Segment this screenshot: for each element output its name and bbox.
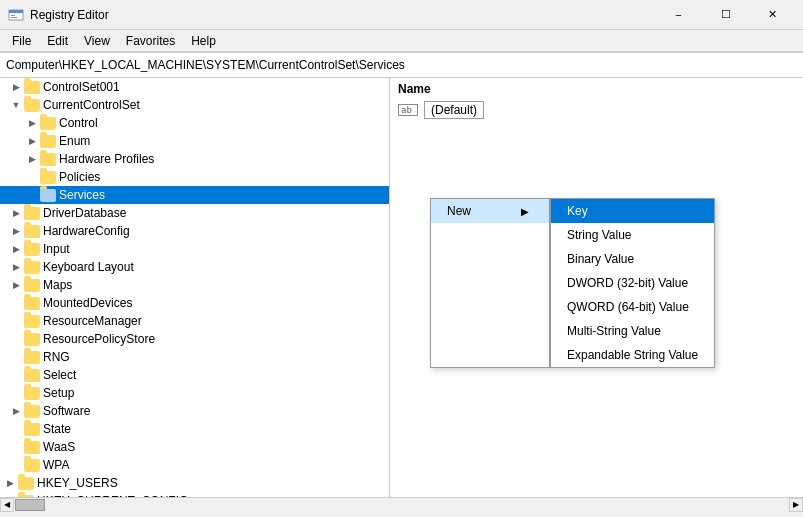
submenu-item-expandable-string[interactable]: Expandable String Value (551, 343, 714, 367)
folder-icon (24, 279, 40, 292)
submenu-item-label: Multi-String Value (567, 324, 661, 338)
tree-item-currentcontrolset[interactable]: ▼ CurrentControlSet (0, 96, 389, 114)
tree-item-services[interactable]: Services (0, 186, 389, 204)
tree-item-select[interactable]: Select (0, 366, 389, 384)
expand-icon (8, 331, 24, 347)
submenu-item-dword[interactable]: DWORD (32-bit) Value (551, 271, 714, 295)
status-bar (0, 511, 803, 517)
name-column-header: Name (394, 82, 799, 96)
tree-label: Services (59, 188, 105, 202)
reg-type-icon: ab (398, 104, 418, 116)
expand-icon (8, 421, 24, 437)
menu-favorites[interactable]: Favorites (118, 30, 183, 51)
default-entry[interactable]: ab (Default) (394, 100, 799, 120)
scroll-track[interactable] (14, 498, 789, 512)
submenu: Key String Value Binary Value DWORD (32-… (550, 198, 715, 368)
submenu-item-qword[interactable]: QWORD (64-bit) Value (551, 295, 714, 319)
expand-icon: ▼ (8, 97, 24, 113)
tree-item-rng[interactable]: RNG (0, 348, 389, 366)
close-button[interactable]: ✕ (750, 0, 795, 30)
expand-icon: ▶ (8, 277, 24, 293)
svg-rect-3 (11, 17, 17, 18)
tree-label: State (43, 422, 71, 436)
menu-view[interactable]: View (76, 30, 118, 51)
folder-icon (24, 351, 40, 364)
tree-item-controlset001[interactable]: ▶ ControlSet001 (0, 78, 389, 96)
expand-icon (8, 349, 24, 365)
folder-icon (40, 117, 56, 130)
expand-icon (8, 367, 24, 383)
tree-item-setup[interactable]: Setup (0, 384, 389, 402)
submenu-item-label: String Value (567, 228, 631, 242)
horizontal-scrollbar[interactable]: ◀ ▶ (0, 497, 803, 511)
submenu-item-label: Expandable String Value (567, 348, 698, 362)
scroll-left-button[interactable]: ◀ (0, 498, 14, 512)
address-path: Computer\HKEY_LOCAL_MACHINE\SYSTEM\Curre… (6, 58, 405, 72)
tree-item-driverdatabase[interactable]: ▶ DriverDatabase (0, 204, 389, 222)
tree-item-hkey-current-config[interactable]: ▶ HKEY_CURRENT_CONFIG (0, 492, 389, 497)
folder-icon (24, 369, 40, 382)
menu-help[interactable]: Help (183, 30, 224, 51)
expand-icon: ▶ (2, 475, 18, 491)
maximize-button[interactable]: ☐ (703, 0, 748, 30)
submenu-arrow-icon: ▶ (521, 206, 529, 217)
menu-file[interactable]: File (4, 30, 39, 51)
tree-item-policies[interactable]: Policies (0, 168, 389, 186)
submenu-item-multi-string[interactable]: Multi-String Value (551, 319, 714, 343)
address-bar[interactable]: Computer\HKEY_LOCAL_MACHINE\SYSTEM\Curre… (0, 52, 803, 78)
tree-item-wpa[interactable]: WPA (0, 456, 389, 474)
folder-icon (24, 423, 40, 436)
minimize-button[interactable]: − (656, 0, 701, 30)
context-menu-container: New ▶ Key String Value Binary Value DWOR… (430, 198, 715, 368)
expand-icon: ▶ (8, 79, 24, 95)
tree-label: Enum (59, 134, 90, 148)
tree-panel[interactable]: ▶ ControlSet001 ▼ CurrentControlSet ▶ Co… (0, 78, 390, 497)
folder-icon (24, 441, 40, 454)
menu-bar: File Edit View Favorites Help (0, 30, 803, 52)
context-menu-new-label: New (447, 204, 471, 218)
tree-label: WaaS (43, 440, 75, 454)
expand-icon (8, 439, 24, 455)
tree-label: Maps (43, 278, 72, 292)
tree-label: CurrentControlSet (43, 98, 140, 112)
folder-icon (24, 81, 40, 94)
expand-icon (8, 313, 24, 329)
scroll-thumb[interactable] (15, 499, 45, 511)
tree-item-input[interactable]: ▶ Input (0, 240, 389, 258)
tree-item-keyboard-layout[interactable]: ▶ Keyboard Layout (0, 258, 389, 276)
tree-item-resourcepolicystore[interactable]: ResourcePolicyStore (0, 330, 389, 348)
folder-icon (24, 333, 40, 346)
svg-rect-1 (9, 10, 23, 13)
expand-icon: ▶ (24, 115, 40, 131)
submenu-item-binary-value[interactable]: Binary Value (551, 247, 714, 271)
tree-item-state[interactable]: State (0, 420, 389, 438)
folder-icon (24, 459, 40, 472)
context-menu-new[interactable]: New ▶ (431, 199, 549, 223)
tree-label: Select (43, 368, 76, 382)
expand-icon: ▶ (8, 205, 24, 221)
expand-icon: ▶ (2, 493, 18, 497)
tree-item-hkey-users[interactable]: ▶ HKEY_USERS (0, 474, 389, 492)
tree-item-control[interactable]: ▶ Control (0, 114, 389, 132)
tree-item-waas[interactable]: WaaS (0, 438, 389, 456)
expand-icon: ▶ (8, 259, 24, 275)
tree-item-enum[interactable]: ▶ Enum (0, 132, 389, 150)
tree-item-hardwareconfig[interactable]: ▶ HardwareConfig (0, 222, 389, 240)
tree-item-mounteddevices[interactable]: MountedDevices (0, 294, 389, 312)
tree-item-maps[interactable]: ▶ Maps (0, 276, 389, 294)
expand-icon (8, 385, 24, 401)
tree-item-resourcemanager[interactable]: ResourceManager (0, 312, 389, 330)
menu-edit[interactable]: Edit (39, 30, 76, 51)
submenu-item-key[interactable]: Key (551, 199, 714, 223)
folder-icon (24, 297, 40, 310)
submenu-item-string-value[interactable]: String Value (551, 223, 714, 247)
right-panel: Name ab (Default) New ▶ Key String Value (390, 78, 803, 497)
tree-item-software[interactable]: ▶ Software (0, 402, 389, 420)
folder-icon (24, 387, 40, 400)
folder-icon (24, 225, 40, 238)
tree-label: Keyboard Layout (43, 260, 134, 274)
tree-item-hardware-profiles[interactable]: ▶ Hardware Profiles (0, 150, 389, 168)
submenu-item-label: Binary Value (567, 252, 634, 266)
submenu-item-label: DWORD (32-bit) Value (567, 276, 688, 290)
scroll-right-button[interactable]: ▶ (789, 498, 803, 512)
